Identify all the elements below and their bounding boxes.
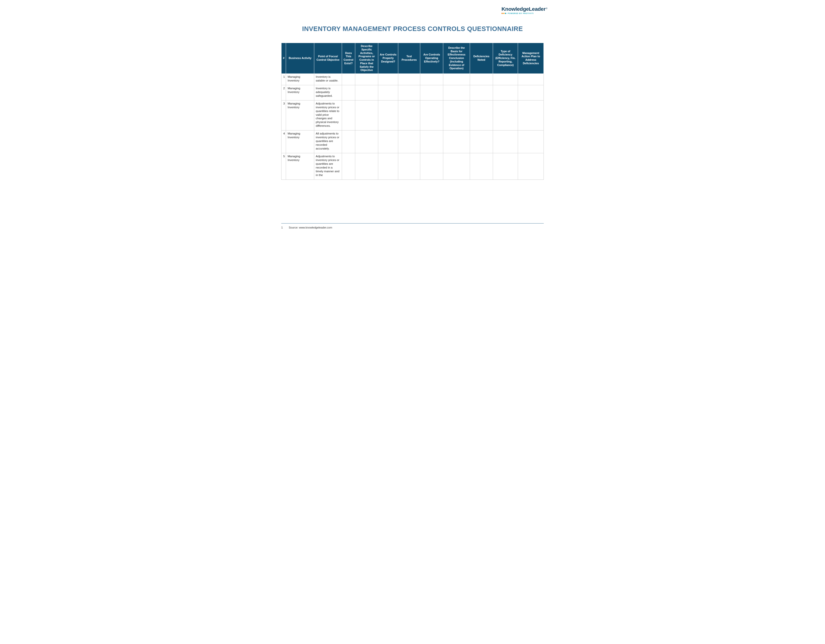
cell-operating-effectively	[420, 85, 443, 100]
cell-num: 1	[281, 74, 286, 85]
cell-deficiency-type	[493, 74, 518, 85]
cell-business-activity: Managing Inventory	[286, 74, 314, 85]
cell-action-plan	[518, 100, 544, 131]
cell-deficiencies-noted	[470, 131, 493, 153]
cell-action-plan	[518, 85, 544, 100]
cell-describe-controls	[355, 100, 378, 131]
cell-control-exist	[342, 131, 355, 153]
cell-properly-designed	[378, 85, 398, 100]
cell-describe-controls	[355, 153, 378, 179]
brand-tagline: POWERED BY PROTIVITI	[508, 12, 534, 14]
table-row: 1Managing InventoryInventory is salable …	[281, 74, 544, 85]
cell-basis-conclusion	[443, 85, 470, 100]
cell-describe-controls	[355, 74, 378, 85]
cell-deficiency-type	[493, 131, 518, 153]
table-body: 1Managing InventoryInventory is salable …	[281, 74, 544, 180]
table-row: 2Managing InventoryInventory is adequate…	[281, 85, 544, 100]
cell-business-activity: Managing Inventory	[286, 131, 314, 153]
cell-num: 5	[281, 153, 286, 179]
cell-describe-controls	[355, 131, 378, 153]
cell-deficiency-type	[493, 153, 518, 179]
cell-operating-effectively	[420, 100, 443, 131]
cell-control-exist	[342, 100, 355, 131]
col-header-num: #	[281, 43, 286, 74]
cell-operating-effectively	[420, 153, 443, 179]
cell-deficiency-type	[493, 85, 518, 100]
page-footer: 1 Source: www.knowledgeleader.com	[281, 223, 544, 229]
cell-num: 2	[281, 85, 286, 100]
cell-control-objective: Inventory is salable or usable.	[314, 74, 342, 85]
cell-action-plan	[518, 74, 544, 85]
cell-control-objective: Adjustments to inventory prices or quant…	[314, 153, 342, 179]
cell-control-objective: Inventory is adequately safeguarded.	[314, 85, 342, 100]
brand-name: KnowledgeLeader	[502, 6, 545, 12]
cell-control-objective: Adjustments to inventory prices or quant…	[314, 100, 342, 131]
col-header-properly-designed: Are Controls Properly Designed?	[378, 43, 398, 74]
table-header: # Business Activity Point of Focus/ Cont…	[281, 43, 544, 74]
document-page: KnowledgeLeader® POWERED BY PROTIVITI IN…	[263, 0, 562, 234]
col-header-action-plan: Management Action Plan to Address Defici…	[518, 43, 544, 74]
cell-properly-designed	[378, 74, 398, 85]
cell-basis-conclusion	[443, 131, 470, 153]
cell-business-activity: Managing Inventory	[286, 153, 314, 179]
table-row: 5Managing InventoryAdjustments to invent…	[281, 153, 544, 179]
cell-basis-conclusion	[443, 74, 470, 85]
cell-properly-designed	[378, 153, 398, 179]
col-header-deficiencies-noted: Deficiencies Noted	[470, 43, 493, 74]
cell-basis-conclusion	[443, 100, 470, 131]
col-header-operating-effectively: Are Controls Operating Effectively?	[420, 43, 443, 74]
col-header-deficiency-type: Type of Deficiency (Efficiency, Fin. Rep…	[493, 43, 518, 74]
cell-operating-effectively	[420, 131, 443, 153]
cell-describe-controls	[355, 85, 378, 100]
cell-properly-designed	[378, 100, 398, 131]
brand-subline: POWERED BY PROTIVITI	[502, 12, 547, 14]
brand-dots-icon	[502, 13, 506, 14]
cell-control-objective: All adjustments to inventory prices or q…	[314, 131, 342, 153]
col-header-describe-controls: Describe Specific Activities, Programs o…	[355, 43, 378, 74]
cell-deficiencies-noted	[470, 74, 493, 85]
col-header-test-procedures: Test Procedures	[398, 43, 420, 74]
trademark-icon: ®	[546, 7, 547, 10]
cell-test-procedures	[398, 153, 420, 179]
col-header-control-exist: Does This Control Exist?	[342, 43, 355, 74]
col-header-basis-conclusion: Describe the Basis for Effectiveness Con…	[443, 43, 470, 74]
footer-source: Source: www.knowledgeleader.com	[289, 226, 332, 229]
cell-business-activity: Managing Inventory	[286, 100, 314, 131]
cell-control-exist	[342, 153, 355, 179]
cell-control-exist	[342, 74, 355, 85]
col-header-control-objective: Point of Focus/ Control Objective	[314, 43, 342, 74]
cell-num: 3	[281, 100, 286, 131]
questionnaire-table-wrap: # Business Activity Point of Focus/ Cont…	[281, 43, 544, 180]
questionnaire-table: # Business Activity Point of Focus/ Cont…	[281, 43, 544, 180]
table-row: 3Managing InventoryAdjustments to invent…	[281, 100, 544, 131]
cell-test-procedures	[398, 131, 420, 153]
brand-logo: KnowledgeLeader® POWERED BY PROTIVITI	[502, 6, 547, 14]
cell-test-procedures	[398, 100, 420, 131]
cell-properly-designed	[378, 131, 398, 153]
cell-deficiencies-noted	[470, 153, 493, 179]
cell-deficiency-type	[493, 100, 518, 131]
cell-control-exist	[342, 85, 355, 100]
page-number: 1	[281, 226, 284, 229]
brand-name-line: KnowledgeLeader®	[502, 6, 547, 12]
col-header-business-activity: Business Activity	[286, 43, 314, 74]
cell-deficiencies-noted	[470, 100, 493, 131]
cell-num: 4	[281, 131, 286, 153]
table-row: 4Managing InventoryAll adjustments to in…	[281, 131, 544, 153]
cell-business-activity: Managing Inventory	[286, 85, 314, 100]
cell-deficiencies-noted	[470, 85, 493, 100]
cell-operating-effectively	[420, 74, 443, 85]
cell-test-procedures	[398, 85, 420, 100]
cell-test-procedures	[398, 74, 420, 85]
cell-action-plan	[518, 131, 544, 153]
page-title: INVENTORY MANAGEMENT PROCESS CONTROLS QU…	[263, 25, 562, 33]
cell-basis-conclusion	[443, 153, 470, 179]
cell-action-plan	[518, 153, 544, 179]
